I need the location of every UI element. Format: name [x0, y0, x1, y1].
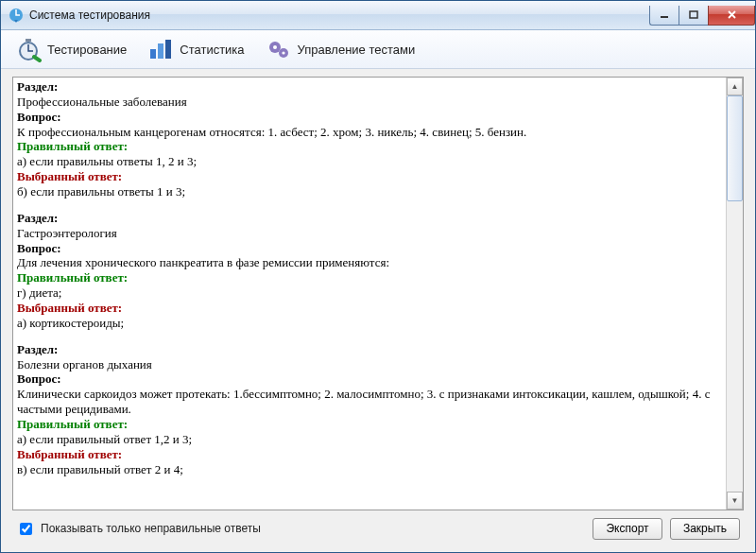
scroll-down-button[interactable]: ▼ [727, 492, 743, 510]
svg-point-9 [273, 45, 277, 49]
titlebar[interactable]: Система тестирования [1, 1, 755, 30]
stats-label: Статистика [180, 43, 244, 57]
correct-value: а) если правильный ответ 1,2 и 3; [17, 432, 722, 447]
svg-point-11 [282, 51, 284, 54]
stopwatch-icon [15, 36, 42, 62]
svg-rect-6 [158, 43, 163, 59]
section-label: Раздел: [17, 211, 722, 226]
chosen-value: б) если правильны ответы 1 и 3; [17, 184, 722, 199]
question-value: К профессиональным канцерогенам относятс… [17, 125, 722, 140]
app-window: Система тестирования Тестирование [0, 0, 756, 553]
minimize-button[interactable] [649, 6, 679, 26]
close-icon [727, 10, 737, 20]
result-entry: Раздел:ГастроэнтерологияВопрос:Для лечен… [17, 211, 722, 331]
question-label: Вопрос: [17, 241, 722, 256]
footer: Показывать только неправильные ответы Эк… [12, 510, 744, 546]
question-label: Вопрос: [17, 110, 722, 125]
svg-rect-7 [165, 40, 171, 59]
results-panel: Раздел:Профессиональные заболеванияВопро… [12, 77, 744, 510]
app-icon [9, 8, 24, 23]
scroll-track[interactable] [727, 95, 743, 492]
chosen-value: а) кортикостероиды; [17, 316, 722, 331]
correct-value: а) если правильны ответы 1, 2 и 3; [17, 154, 722, 169]
manage-button[interactable]: Управление тестами [257, 33, 424, 65]
stats-button[interactable]: Статистика [139, 33, 252, 65]
window-controls [649, 6, 755, 25]
svg-rect-1 [661, 16, 668, 18]
chosen-label: Выбранный ответ: [17, 447, 722, 462]
testing-label: Тестирование [47, 43, 127, 57]
question-value: Для лечения хронического панкреатита в ф… [17, 255, 722, 270]
section-value: Гастроэнтерология [17, 226, 722, 241]
correct-value: г) диета; [17, 285, 722, 301]
chart-icon [147, 36, 174, 62]
maximize-icon [689, 10, 698, 20]
correct-label: Правильный ответ: [17, 139, 722, 154]
close-results-button[interactable]: Закрыть [670, 518, 740, 540]
client-area: Раздел:Профессиональные заболеванияВопро… [1, 69, 755, 552]
wrong-only-input[interactable] [20, 523, 32, 535]
gears-icon [266, 36, 292, 62]
maximize-button[interactable] [679, 6, 708, 26]
wrong-only-checkbox[interactable]: Показывать только неправильные ответы [16, 520, 261, 538]
vertical-scrollbar[interactable]: ▲ ▼ [726, 78, 743, 510]
svg-rect-5 [150, 49, 156, 59]
svg-rect-2 [690, 11, 697, 18]
minimize-icon [660, 10, 669, 20]
scroll-thumb[interactable] [727, 95, 743, 201]
manage-label: Управление тестами [298, 43, 416, 57]
toolbar: Тестирование Статистика Управление теста… [1, 30, 755, 69]
svg-rect-4 [26, 39, 31, 42]
result-entry: Раздел:Болезни органов дыханияВопрос:Кли… [17, 342, 722, 477]
question-value: Клинически саркоидоз может протекать: 1.… [17, 387, 722, 417]
wrong-only-label: Показывать только неправильные ответы [41, 522, 261, 535]
testing-button[interactable]: Тестирование [7, 33, 135, 65]
correct-label: Правильный ответ: [17, 417, 722, 432]
section-label: Раздел: [17, 342, 722, 357]
window-title: Система тестирования [29, 9, 150, 22]
section-value: Профессиональные заболевания [17, 95, 722, 110]
section-label: Раздел: [17, 79, 722, 95]
export-button[interactable]: Экспорт [593, 518, 662, 540]
chosen-value: в) если правильный ответ 2 и 4; [17, 462, 722, 477]
results-content: Раздел:Профессиональные заболеванияВопро… [13, 78, 726, 510]
section-value: Болезни органов дыхания [17, 357, 722, 372]
scroll-up-button[interactable]: ▲ [727, 78, 743, 95]
result-entry: Раздел:Профессиональные заболеванияВопро… [17, 79, 722, 199]
chosen-label: Выбранный ответ: [17, 169, 722, 184]
question-label: Вопрос: [17, 372, 722, 387]
chosen-label: Выбранный ответ: [17, 301, 722, 316]
correct-label: Правильный ответ: [17, 270, 722, 285]
close-button[interactable] [708, 6, 755, 26]
